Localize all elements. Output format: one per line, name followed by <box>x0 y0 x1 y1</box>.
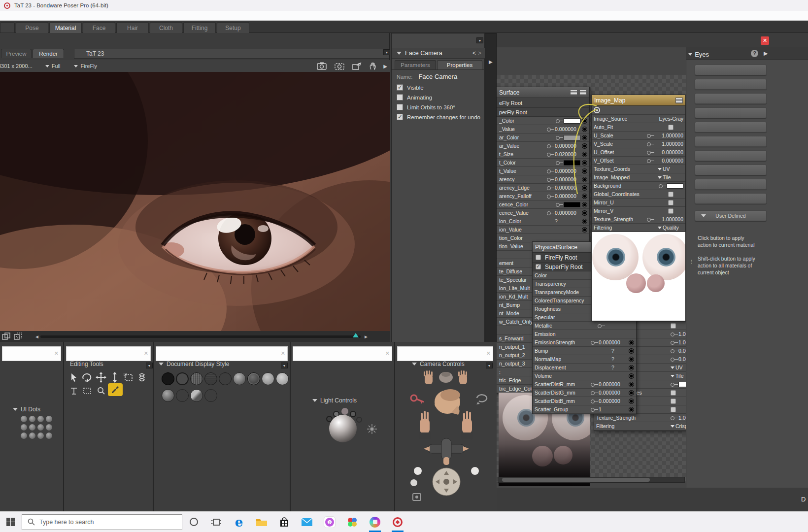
task-view-icon[interactable] <box>210 516 223 529</box>
ui-dot[interactable] <box>21 424 27 431</box>
node-row[interactable]: t_Color <box>497 159 589 167</box>
node-connector[interactable] <box>582 168 587 174</box>
area-render-icon[interactable] <box>14 332 23 340</box>
checkbox-checked[interactable] <box>536 264 541 269</box>
param-value[interactable]: 0.000000 <box>678 348 686 354</box>
param-value[interactable]: 0.000000 <box>655 149 683 155</box>
room-tab[interactable]: Material <box>49 22 82 33</box>
palette-menu-icon[interactable]: ▼ <box>281 363 288 368</box>
node-connector[interactable] <box>582 135 587 140</box>
select-arrow-icon[interactable] <box>68 371 80 383</box>
render-engine-dropdown[interactable]: FireFly <box>74 63 97 69</box>
ui-dot[interactable] <box>46 432 52 439</box>
sun-icon[interactable] <box>367 424 377 434</box>
color-swatch[interactable] <box>678 382 686 387</box>
shader-hscrollbar[interactable] <box>498 477 685 483</box>
param-value[interactable]: 1 <box>599 406 627 412</box>
taskbar-search-input[interactable]: Type here to search <box>22 514 182 530</box>
node-connector[interactable] <box>582 194 587 199</box>
checkbox[interactable] <box>397 94 403 100</box>
color-swatch[interactable] <box>564 160 580 166</box>
morph-tool-icon[interactable] <box>136 371 148 383</box>
node-row[interactable]: cence_Value 0.000000 <box>497 209 589 217</box>
node-row[interactable]: Bump ? <box>533 347 636 355</box>
microsoft-store-icon[interactable] <box>278 516 291 529</box>
file-explorer-icon[interactable] <box>255 516 268 529</box>
menu-item[interactable] <box>79 13 90 20</box>
display-style-smooth-lined[interactable] <box>190 389 203 402</box>
room-tab[interactable]: Cloth <box>150 22 182 33</box>
param-dropdown[interactable]: Tile <box>658 174 683 180</box>
param-value[interactable]: 1.000000 <box>678 331 686 337</box>
node-row[interactable]: Image_Source Eyes-Gray <box>592 115 685 123</box>
display-style-wireframe[interactable] <box>190 372 203 385</box>
node-row[interactable]: ar_Value 0.000000 <box>497 142 589 150</box>
node-row[interactable]: Mirror_U <box>592 199 685 207</box>
group-frame-icon[interactable] <box>123 371 135 383</box>
node-connector[interactable] <box>629 340 634 345</box>
rect-select-icon[interactable] <box>81 385 93 397</box>
action-button[interactable] <box>695 150 767 161</box>
node-row[interactable]: Filtering Quality <box>592 224 685 232</box>
node-row[interactable]: ScatterDistB_mm 0.000000 <box>533 397 636 405</box>
param-dropdown[interactable]: Quality <box>658 225 683 231</box>
checkbox[interactable] <box>668 200 673 205</box>
param-value[interactable]: 0.000000 <box>599 390 627 396</box>
palette-titlebar[interactable]: ✕ <box>156 346 288 361</box>
editing-tools-title[interactable]: Editing Tools <box>70 361 103 367</box>
rotate-tool-icon[interactable] <box>81 371 93 383</box>
node-connector[interactable] <box>629 365 634 370</box>
node-preview-toggle-icon[interactable] <box>579 90 587 96</box>
light-indicator-active[interactable] <box>341 408 348 415</box>
menu-item[interactable] <box>14 13 25 20</box>
action-button[interactable] <box>695 65 767 75</box>
display-style-texture-shaded[interactable] <box>204 389 217 402</box>
node-connector[interactable] <box>582 177 587 182</box>
param-dropdown[interactable]: UV <box>658 166 683 172</box>
node-row[interactable]: Volume <box>533 372 636 380</box>
checkbox[interactable] <box>668 208 673 214</box>
node-row[interactable]: _Value 0.000000 <box>497 125 589 133</box>
palette-titlebar[interactable]: ✕ <box>66 346 151 361</box>
node-row[interactable]: ion_Value <box>497 226 589 234</box>
node-row[interactable]: U_Offset 0.000000 <box>592 148 685 157</box>
node-connector[interactable] <box>582 185 587 191</box>
node-row[interactable]: Auto_Fit <box>592 123 685 132</box>
ui-dot[interactable] <box>37 416 44 422</box>
scroll-left-icon[interactable]: ◄ <box>34 334 39 339</box>
display-style-title[interactable]: Document Display Style <box>159 361 229 367</box>
expand-panel-icon[interactable]: ▶ <box>489 59 493 65</box>
ui-dot[interactable] <box>21 432 27 439</box>
ui-dot[interactable] <box>29 424 35 431</box>
firefly-root-row[interactable]: eFly Root <box>499 100 522 106</box>
param-value[interactable]: 0.000000 <box>655 158 683 164</box>
node-connector[interactable] <box>582 210 587 216</box>
node-row[interactable]: ScatterDistG_mm 0.000000 <box>533 389 636 397</box>
room-tab[interactable]: Hair <box>116 22 149 33</box>
node-row[interactable]: Texture_Strength 1.000000 <box>594 414 686 422</box>
checkbox[interactable] <box>671 399 676 404</box>
param-value[interactable]: 0.000000 <box>555 176 580 182</box>
node-connector[interactable] <box>629 357 634 362</box>
checkbox[interactable] <box>671 390 676 396</box>
tab-parameters[interactable]: Parameters <box>395 60 436 69</box>
action-button[interactable] <box>695 107 767 118</box>
export-icon[interactable] <box>352 62 364 70</box>
display-style-shaded[interactable] <box>162 389 174 402</box>
display-style-lit-wireframe[interactable] <box>219 372 232 385</box>
display-style-cartoon[interactable] <box>262 372 274 385</box>
color-picker-icon[interactable] <box>108 383 123 396</box>
node-row[interactable]: Texture_Coords UV <box>592 165 685 173</box>
checkbox[interactable] <box>397 104 403 110</box>
action-button[interactable] <box>695 193 767 204</box>
param-dropdown[interactable]: UV <box>671 365 686 370</box>
itunes-icon[interactable]: ♪ <box>323 516 336 529</box>
param-value[interactable]: 0.000000 <box>555 210 580 216</box>
node-row[interactable]: Emission <box>533 330 636 338</box>
node-row[interactable]: NormalMap ? <box>533 355 636 364</box>
menu-item[interactable] <box>57 13 68 20</box>
start-button-icon[interactable] <box>6 518 15 526</box>
render-size-dropdown[interactable]: Full <box>45 63 61 69</box>
node-row[interactable]: t_Value 0.000000 <box>497 167 589 175</box>
node-row[interactable]: ion_Color ? <box>497 217 589 226</box>
